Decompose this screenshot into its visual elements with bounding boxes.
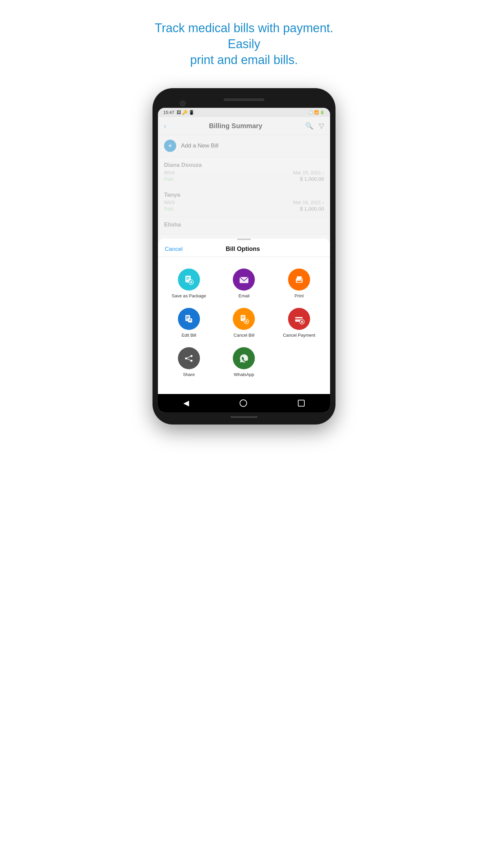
print-icon bbox=[288, 269, 310, 291]
email-label: Email bbox=[239, 293, 250, 298]
sheet-header: Cancel Bill Options bbox=[158, 240, 330, 257]
share-label: Share bbox=[183, 372, 195, 377]
cancel-bill-icon bbox=[233, 308, 255, 330]
option-share[interactable]: Share bbox=[161, 342, 217, 382]
options-empty-cell bbox=[271, 342, 327, 382]
whatsapp-label: WhatsApp bbox=[234, 372, 254, 377]
status-right: 🕐 📶 🔋 bbox=[308, 110, 325, 115]
whatsapp-icon bbox=[233, 347, 255, 369]
filter-icon[interactable]: ▽ bbox=[319, 122, 324, 130]
phone-screen: 15:47 🖼 🔑 📳 🕐 📶 🔋 ‹ Billing Summary 🔍 ▽ … bbox=[158, 108, 330, 412]
bill-patient-2: Tanya bbox=[164, 192, 324, 198]
cancel-payment-label: Cancel Payment bbox=[283, 333, 315, 338]
status-bar: 15:47 🖼 🔑 📳 🕐 📶 🔋 bbox=[158, 108, 330, 117]
sheet-cancel-button[interactable]: Cancel bbox=[165, 246, 183, 253]
option-email[interactable]: Email bbox=[217, 264, 272, 303]
status-left: 15:47 🖼 🔑 📳 bbox=[163, 110, 194, 115]
bill-item-1[interactable]: Diana Dsouza INV4 Mar 19, 2021 › Paid $ … bbox=[158, 157, 330, 187]
nav-back-button[interactable]: ◀ bbox=[183, 399, 189, 408]
phone-frame: 15:47 🖼 🔑 📳 🕐 📶 🔋 ‹ Billing Summary 🔍 ▽ … bbox=[152, 88, 336, 425]
option-cancel-bill[interactable]: Cancel Bill bbox=[217, 303, 272, 342]
edit-bill-icon bbox=[178, 308, 200, 330]
app-header: ‹ Billing Summary 🔍 ▽ bbox=[158, 117, 330, 135]
back-icon[interactable]: ‹ bbox=[164, 122, 166, 130]
bill-inv-2: INV3 bbox=[164, 200, 175, 205]
bill-date-2: Mar 19, 2021 › bbox=[293, 200, 324, 205]
share-icon bbox=[178, 347, 200, 369]
svg-rect-9 bbox=[297, 276, 302, 279]
bill-list: Diana Dsouza INV4 Mar 19, 2021 › Paid $ … bbox=[158, 157, 330, 235]
bill-inv-1: INV4 bbox=[164, 170, 175, 175]
svg-line-34 bbox=[187, 359, 190, 360]
bill-status-2: Paid bbox=[164, 206, 174, 212]
phone-speaker bbox=[224, 98, 264, 101]
header-icons: 🔍 ▽ bbox=[305, 122, 324, 130]
option-cancel-payment[interactable]: Cancel Payment bbox=[271, 303, 327, 342]
bill-status-1: Paid bbox=[164, 176, 174, 182]
nav-bar: ◀ bbox=[158, 394, 330, 412]
bill-amount-2: $ 1,000.00 bbox=[300, 206, 324, 212]
tagline-line2: print and email bills. bbox=[190, 53, 298, 67]
status-time: 15:47 bbox=[163, 110, 175, 115]
svg-point-30 bbox=[190, 355, 192, 357]
add-bill-row[interactable]: + Add a New Bill bbox=[158, 135, 330, 157]
sheet-title: Bill Options bbox=[226, 245, 260, 253]
add-bill-icon: + bbox=[164, 140, 176, 152]
bill-date-1: Mar 19, 2021 › bbox=[293, 170, 324, 175]
bill-item-3[interactable]: Elisha bbox=[158, 217, 330, 235]
phone-bottom-bar bbox=[230, 416, 258, 418]
print-label: Print bbox=[294, 293, 304, 298]
nav-home-button[interactable] bbox=[240, 399, 247, 407]
svg-line-33 bbox=[187, 356, 190, 358]
svg-point-31 bbox=[185, 357, 187, 359]
cancel-payment-icon bbox=[288, 308, 310, 330]
tagline-line1: Track medical bills with payment. Easily bbox=[155, 21, 333, 51]
bill-patient-3: Elisha bbox=[164, 221, 324, 228]
add-bill-label: Add a New Bill bbox=[181, 142, 219, 149]
bill-amount-1: $ 1,000.00 bbox=[300, 176, 324, 182]
cancel-bill-label: Cancel Bill bbox=[233, 333, 254, 338]
bottom-sheet: Cancel Bill Options bbox=[158, 239, 330, 395]
status-icons-right: 🕐 📶 🔋 bbox=[308, 110, 325, 115]
option-save-package[interactable]: Save as Package bbox=[161, 264, 217, 303]
option-print[interactable]: Print bbox=[271, 264, 327, 303]
bill-item-2[interactable]: Tanya INV3 Mar 19, 2021 › Paid $ 1,000.0… bbox=[158, 187, 330, 217]
status-icons-left: 🖼 🔑 📳 bbox=[177, 110, 194, 115]
search-icon[interactable]: 🔍 bbox=[305, 122, 313, 130]
save-package-icon bbox=[178, 269, 200, 291]
options-grid: Save as Package Email bbox=[158, 257, 330, 389]
svg-point-11 bbox=[301, 279, 302, 280]
nav-recent-button[interactable] bbox=[298, 400, 305, 407]
option-whatsapp[interactable]: WhatsApp bbox=[217, 342, 272, 382]
tagline: Track medical bills with payment. Easily… bbox=[142, 20, 346, 68]
edit-bill-label: Edit Bill bbox=[182, 333, 196, 338]
bill-patient-1: Diana Dsouza bbox=[164, 162, 324, 169]
svg-point-32 bbox=[190, 360, 192, 362]
email-icon bbox=[233, 269, 255, 291]
svg-rect-10 bbox=[297, 281, 302, 282]
option-edit-bill[interactable]: Edit Bill bbox=[161, 303, 217, 342]
page-title: Billing Summary bbox=[209, 122, 262, 130]
phone-camera bbox=[180, 100, 186, 106]
save-package-label: Save as Package bbox=[172, 293, 206, 298]
